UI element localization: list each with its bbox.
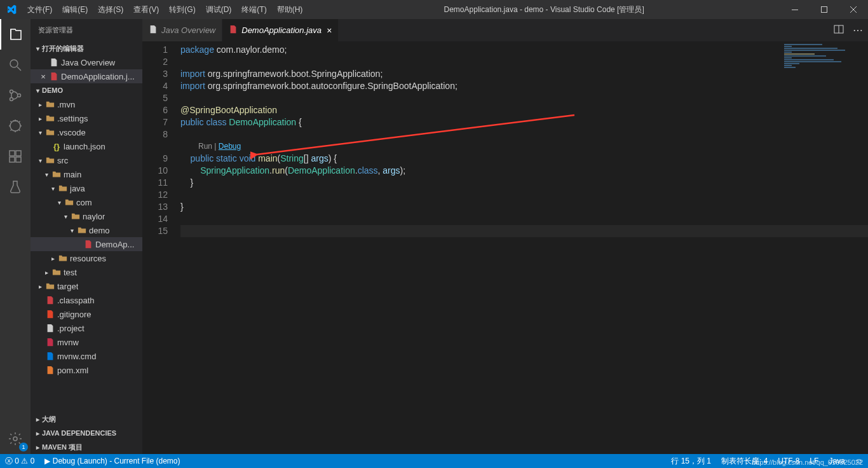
menu-item[interactable]: 文件(F) bbox=[22, 0, 57, 19]
code-line[interactable]: import org.springframework.boot.autoconf… bbox=[180, 80, 868, 92]
sidebar-title: 资源管理器 bbox=[31, 19, 142, 41]
svg-point-4 bbox=[10, 98, 13, 101]
java-icon bbox=[44, 296, 56, 305]
code-line[interactable]: package com.naylor.demo; bbox=[180, 44, 868, 56]
code-line[interactable]: } bbox=[180, 201, 868, 213]
close-button[interactable] bbox=[839, 0, 868, 19]
status-problems[interactable]: ⓧ 0 ⚠ 0 bbox=[0, 454, 39, 468]
code-line[interactable]: import org.springframework.boot.SpringAp… bbox=[180, 68, 868, 80]
code-line[interactable] bbox=[180, 189, 868, 201]
outline-section[interactable]: ▸大纲 bbox=[31, 412, 142, 426]
tree-item[interactable]: ▾main bbox=[31, 167, 142, 181]
tree-item[interactable]: ▸.classpath bbox=[31, 293, 142, 307]
maximize-button[interactable] bbox=[810, 0, 839, 19]
tree-item[interactable]: ▸{}launch.json bbox=[31, 139, 142, 153]
menu-item[interactable]: 编辑(E) bbox=[57, 0, 93, 19]
folder-icon bbox=[51, 268, 62, 277]
code-line[interactable]: public class DemoApplication { bbox=[180, 116, 868, 128]
window-controls bbox=[780, 0, 868, 19]
json-icon: {} bbox=[51, 142, 62, 151]
codelens: Run | Debug bbox=[180, 141, 868, 153]
tree-item[interactable]: ▾com bbox=[31, 195, 142, 209]
test-tab[interactable] bbox=[0, 172, 31, 202]
tree-item[interactable]: ▸pom.xml bbox=[31, 363, 142, 377]
close-tab-icon[interactable]: × bbox=[327, 25, 332, 36]
settings-badge: 1 bbox=[19, 443, 28, 451]
open-editors-section[interactable]: ▾打开的编辑器 bbox=[31, 41, 142, 55]
svg-rect-9 bbox=[10, 157, 15, 162]
tree-item[interactable]: ▾demo bbox=[31, 223, 142, 237]
codelens-run[interactable]: Run bbox=[198, 142, 212, 151]
svg-point-6 bbox=[10, 121, 20, 131]
folder-icon bbox=[76, 226, 88, 235]
tree-item[interactable]: ▾java bbox=[31, 181, 142, 195]
menu-item[interactable]: 查看(V) bbox=[128, 0, 164, 19]
status-debug-config[interactable]: ▶ Debug (Launch) - Current File (demo) bbox=[39, 454, 185, 468]
java-deps-section[interactable]: ▸JAVA DEPENDENCIES bbox=[31, 426, 142, 440]
code-line[interactable]: @SpringBootApplication bbox=[180, 104, 868, 116]
code-content[interactable]: package com.naylor.demo; import org.spri… bbox=[180, 41, 868, 454]
open-editor-item[interactable]: ×DemoApplication.j... bbox=[31, 69, 142, 83]
file-icon bbox=[149, 25, 158, 36]
tree-item[interactable]: ▸mvnw.cmd bbox=[31, 349, 142, 363]
svg-rect-8 bbox=[16, 151, 21, 156]
explorer-tab[interactable] bbox=[0, 19, 31, 50]
maven-section[interactable]: ▸MAVEN 项目 bbox=[31, 440, 142, 454]
source-control-tab[interactable] bbox=[0, 80, 31, 111]
code-line[interactable] bbox=[180, 92, 868, 104]
debug-tab[interactable] bbox=[0, 111, 31, 141]
java-icon bbox=[83, 240, 94, 249]
menu-item[interactable]: 转到(G) bbox=[164, 0, 200, 19]
maven-icon bbox=[44, 338, 56, 347]
minimap[interactable] bbox=[784, 44, 860, 107]
tree-item[interactable]: ▸.settings bbox=[31, 111, 142, 125]
watermark: https://blog.csdn.net/qq_019825022 bbox=[752, 458, 863, 466]
extensions-tab[interactable] bbox=[0, 141, 31, 172]
minimize-button[interactable] bbox=[780, 0, 810, 19]
file-icon bbox=[44, 324, 56, 333]
tree-item[interactable]: ▸test bbox=[31, 265, 142, 279]
code-editor[interactable]: 12345678 9101112131415 package com.naylo… bbox=[142, 41, 868, 454]
git-icon bbox=[44, 310, 56, 319]
more-actions-icon[interactable]: ⋯ bbox=[853, 24, 863, 36]
folder-icon bbox=[44, 282, 56, 291]
menu-item[interactable]: 帮助(H) bbox=[272, 0, 308, 19]
file-icon bbox=[48, 72, 60, 81]
status-line-col[interactable]: 行 15，列 1 bbox=[666, 454, 716, 468]
editor-tab[interactable]: Java Overview bbox=[142, 19, 222, 41]
warning-icon: ⚠ bbox=[21, 457, 28, 465]
tree-item[interactable]: ▾.vscode bbox=[31, 125, 142, 139]
code-line[interactable] bbox=[180, 56, 868, 68]
menu-item[interactable]: 选择(S) bbox=[93, 0, 128, 19]
code-line[interactable]: public static void main(String[] args) { bbox=[180, 153, 868, 165]
codelens-debug[interactable]: Debug bbox=[219, 142, 241, 151]
editor-tabs: Java OverviewDemoApplication.java× ⋯ bbox=[142, 19, 868, 41]
tree-item[interactable]: ▸DemoAp... bbox=[31, 237, 142, 251]
titlebar: 文件(F)编辑(E)选择(S)查看(V)转到(G)调试(D)终端(T)帮助(H)… bbox=[0, 0, 868, 19]
folder-icon bbox=[64, 198, 75, 207]
tree-item[interactable]: ▸.gitignore bbox=[31, 307, 142, 321]
tree-item[interactable]: ▸target bbox=[31, 279, 142, 293]
split-editor-icon[interactable] bbox=[834, 24, 844, 37]
code-line[interactable]: } bbox=[180, 177, 868, 189]
menu-item[interactable]: 调试(D) bbox=[201, 0, 237, 19]
search-tab[interactable] bbox=[0, 50, 31, 80]
tree-item[interactable]: ▸resources bbox=[31, 251, 142, 265]
code-line[interactable] bbox=[180, 213, 868, 225]
svg-point-5 bbox=[18, 94, 21, 97]
play-icon: ▶ bbox=[44, 457, 50, 465]
svg-point-2 bbox=[10, 60, 18, 67]
code-line[interactable] bbox=[180, 225, 868, 237]
menu-item[interactable]: 终端(T) bbox=[236, 0, 271, 19]
editor-tab[interactable]: DemoApplication.java× bbox=[222, 19, 339, 41]
code-line[interactable] bbox=[180, 128, 868, 141]
project-section[interactable]: ▾DEMO bbox=[31, 83, 142, 97]
tree-item[interactable]: ▸mvnw bbox=[31, 335, 142, 349]
svg-point-3 bbox=[10, 90, 13, 93]
code-line[interactable]: SpringApplication.run(DemoApplication.cl… bbox=[180, 165, 868, 177]
tree-item[interactable]: ▾src bbox=[31, 153, 142, 167]
open-editor-item[interactable]: Java Overview bbox=[31, 55, 142, 69]
tree-item[interactable]: ▸.mvn bbox=[31, 97, 142, 111]
tree-item[interactable]: ▸.project bbox=[31, 321, 142, 335]
tree-item[interactable]: ▾naylor bbox=[31, 209, 142, 223]
